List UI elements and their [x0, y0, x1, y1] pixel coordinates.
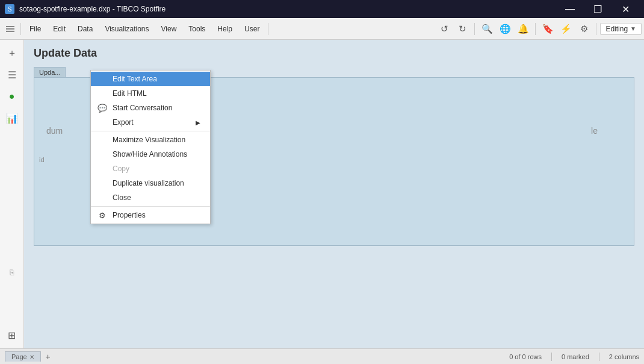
menu-visualizations[interactable]: Visualizations [99, 22, 155, 36]
ctx-edit-html-label: Edit HTML [113, 89, 147, 98]
ctx-copy: Copy [91, 162, 210, 176]
filter-button[interactable]: ⚡ [557, 20, 574, 37]
restore-button[interactable]: ❐ [584, 0, 611, 18]
menu-user[interactable]: User [238, 22, 265, 36]
col-id: id [39, 156, 45, 163]
toolbar-icons: ↺ ↻ 🔍 🌐 🔔 🔖 ⚡ ⚙ Editing ▼ [436, 20, 642, 37]
green-action-button[interactable]: ● [4, 88, 20, 105]
toolbar-sep-3 [596, 23, 596, 35]
ctx-start-conversation[interactable]: 💬 Start Conversation [91, 101, 210, 115]
export-icon [97, 117, 108, 128]
page-tab-label: Page [11, 353, 27, 360]
menu-view[interactable]: View [155, 22, 183, 36]
app-body: ＋ ☰ ● 📊 ⎘ ⊞ Update Data Upda... dum le i… [0, 40, 644, 348]
ctx-maximize-label: Maximize Visualization [113, 136, 185, 144]
context-menu: Edit Text Area Edit HTML 💬 Start Convers… [90, 70, 211, 224]
search-button[interactable]: 🔍 [478, 20, 495, 37]
chart-button[interactable]: 📊 [4, 110, 20, 127]
toolbar-sep-1 [474, 23, 475, 35]
menu-help[interactable]: Help [211, 22, 238, 36]
status-divider-1 [551, 353, 552, 361]
main-content: Update Data Upda... dum le id value Edit… [24, 40, 644, 348]
status-right: 0 of 0 rows 0 marked 2 columns [509, 353, 639, 361]
ctx-close[interactable]: Close [91, 190, 210, 205]
ctx-start-conversation-label: Start Conversation [113, 104, 172, 112]
chevron-down-icon: ▼ [630, 25, 636, 32]
globe-button[interactable]: 🌐 [497, 20, 513, 37]
ctx-copy-label: Copy [113, 165, 129, 173]
menu-separator-1 [20, 23, 21, 35]
settings-button[interactable]: ⚙ [575, 20, 592, 37]
status-divider-2 [599, 353, 599, 361]
dummy-text: dum [46, 126, 63, 136]
table-label: le [591, 126, 598, 136]
ctx-edit-text-area-label: Edit Text Area [113, 75, 157, 83]
menu-edit[interactable]: Edit [47, 22, 72, 36]
ctx-export[interactable]: Export ▶ [91, 115, 210, 130]
ctx-properties-label: Properties [113, 211, 146, 219]
bookmark-button[interactable]: 🔖 [539, 20, 556, 37]
close-ctx-icon [97, 192, 108, 203]
annotations-icon [97, 149, 108, 160]
copy-sidebar-button[interactable]: ⎘ [4, 264, 20, 281]
properties-icon: ⚙ [97, 210, 108, 221]
editing-badge[interactable]: Editing ▼ [600, 23, 642, 35]
edit-text-area-icon [97, 74, 108, 84]
ctx-maximize[interactable]: Maximize Visualization [91, 133, 210, 147]
window-title: sotaog-spotfire-example.dxp - TIBCO Spot… [19, 5, 166, 13]
tab-bar: Page ✕ + [5, 351, 509, 363]
ctx-edit-html[interactable]: Edit HTML [91, 86, 210, 101]
ctx-close-label: Close [113, 193, 131, 202]
ctx-separator-1 [91, 131, 210, 131]
layout-button[interactable]: ⊞ [4, 327, 20, 344]
sidebar-left: ＋ ☰ ● 📊 ⎘ ⊞ [0, 40, 24, 348]
menu-file[interactable]: File [23, 22, 47, 36]
layers-button[interactable]: ☰ [4, 66, 20, 83]
export-arrow-icon: ▶ [196, 119, 200, 126]
menu-tools[interactable]: Tools [182, 22, 211, 36]
edit-html-icon [97, 88, 108, 99]
ctx-export-label: Export [113, 118, 134, 127]
ctx-edit-text-area[interactable]: Edit Text Area [91, 72, 210, 86]
editing-label: Editing [605, 25, 628, 33]
app-icon: S [5, 4, 14, 14]
bell-button[interactable]: 🔔 [515, 20, 531, 37]
maximize-icon [97, 134, 108, 145]
duplicate-icon [97, 178, 108, 189]
page-title: Update Data [34, 47, 634, 60]
menu-bar: File Edit Data Visualizations View Tools… [0, 18, 644, 40]
row-count: 0 of 0 rows [509, 353, 542, 360]
menu-grip[interactable] [2, 24, 18, 34]
minimize-button[interactable]: — [556, 0, 584, 18]
title-bar: S sotaog-spotfire-example.dxp - TIBCO Sp… [0, 0, 644, 18]
close-button[interactable]: ✕ [611, 0, 639, 18]
marked-count: 0 marked [562, 353, 589, 360]
copy-icon [97, 163, 108, 174]
menu-data[interactable]: Data [72, 22, 99, 36]
ctx-show-hide-annotations-label: Show/Hide Annotations [113, 150, 187, 158]
viz-tab: Upda... [34, 67, 66, 77]
ctx-separator-2 [91, 206, 210, 207]
undo-button[interactable]: ↺ [436, 20, 453, 37]
ctx-duplicate[interactable]: Duplicate visualization [91, 176, 210, 190]
ctx-show-hide-annotations[interactable]: Show/Hide Annotations [91, 147, 210, 162]
page-tab[interactable]: Page ✕ [5, 351, 41, 362]
conversation-icon: 💬 [97, 102, 108, 113]
redo-button[interactable]: ↻ [454, 20, 471, 37]
column-count: 2 columns [609, 353, 639, 360]
add-page-button[interactable]: ＋ [4, 45, 20, 61]
tab-close-button[interactable]: ✕ [29, 354, 34, 360]
window-controls: — ❐ ✕ [556, 0, 639, 18]
add-tab-button[interactable]: + [42, 351, 54, 363]
ctx-properties[interactable]: ⚙ Properties [91, 208, 210, 222]
status-bar: Page ✕ + 0 of 0 rows 0 marked 2 columns [0, 348, 644, 364]
page-area: Update Data Upda... dum le id value Edit… [24, 40, 644, 348]
menu-separator-2 [268, 23, 268, 35]
ctx-duplicate-label: Duplicate visualization [113, 179, 184, 187]
toolbar-sep-2 [535, 23, 536, 35]
